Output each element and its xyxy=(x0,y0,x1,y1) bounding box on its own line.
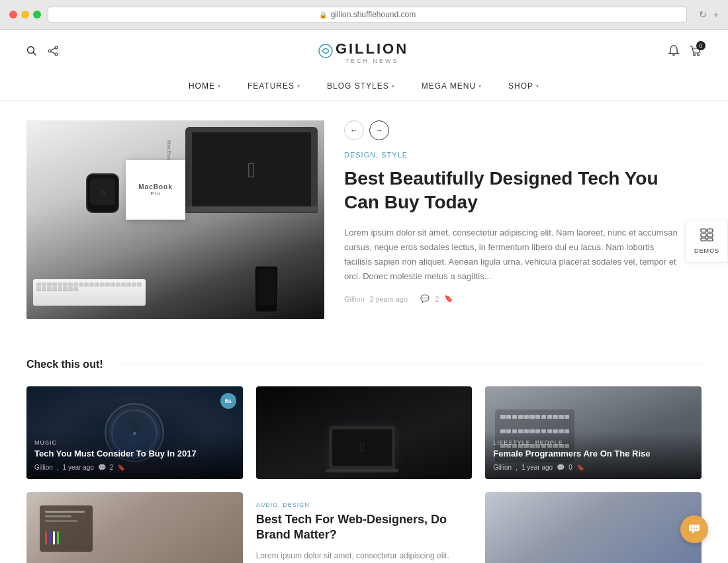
bottom-card-photography[interactable]: GUIDE, PHOTOGRAPHY xyxy=(485,492,702,563)
hero-meta: Gillion 2 years ago · 💬 2 🔖 xyxy=(344,294,682,303)
logo-icon xyxy=(318,44,333,62)
expand-icon[interactable]: + xyxy=(713,9,719,20)
hero-body: Lorem ipsum dolor sit amet, consectetur … xyxy=(344,226,682,284)
nav-mega-arrow: ▾ xyxy=(478,83,482,89)
browser-dots xyxy=(9,11,41,19)
hero-image[interactable]:  MacBook Pro ◷ xyxy=(26,120,324,319)
main-navigation: HOME ▾ FEATURES ▾ BLOG STYLES ▾ MEGA MEN… xyxy=(0,75,728,101)
svg-point-2 xyxy=(55,46,58,49)
cards-grid: ● 6s MUSIC Tech You Must Consider To Buy… xyxy=(26,386,702,479)
search-icon[interactable] xyxy=(26,46,37,59)
demos-button[interactable]: DEMOS xyxy=(686,220,728,263)
hero-time: 2 years ago xyxy=(370,295,408,303)
bottom-2-category: AUDIO, DESIGN xyxy=(256,501,473,508)
bottom-card-audio[interactable]: AUDIO, INNOVATION xyxy=(26,492,243,563)
svg-rect-15 xyxy=(707,238,713,241)
cart-badge[interactable]: 0 xyxy=(690,45,702,60)
svg-point-9 xyxy=(698,54,700,56)
hero-title: Best Beautifully Designed Tech You Can B… xyxy=(344,167,682,215)
section-divider xyxy=(116,365,702,365)
lock-icon: 🔒 xyxy=(319,11,327,19)
check-this-out-section: Check this out! ● xyxy=(0,339,728,563)
svg-rect-12 xyxy=(701,234,706,237)
logo-text: GILLION TECH NEWS xyxy=(336,40,408,64)
svg-point-16 xyxy=(691,528,692,529)
svg-rect-10 xyxy=(701,229,706,232)
card-1-comment-icon: 💬 xyxy=(98,464,106,471)
notification-icon[interactable] xyxy=(668,45,679,60)
hero-prev-button[interactable]: ← xyxy=(344,120,364,140)
nav-features-arrow: ▾ xyxy=(297,83,300,89)
share-icon[interactable] xyxy=(48,46,58,59)
bottom-2-text: Lorem ipsum dolor sit amet, consectetur … xyxy=(256,550,473,563)
svg-point-4 xyxy=(55,53,58,56)
svg-line-5 xyxy=(51,48,55,50)
nav-features[interactable]: FEATURES ▾ xyxy=(248,81,300,91)
card-1-author: Gillion xyxy=(34,464,53,471)
card-1-category: MUSIC xyxy=(34,439,235,446)
svg-point-3 xyxy=(48,50,51,52)
svg-rect-13 xyxy=(707,234,713,237)
nav-blog-styles[interactable]: BLOG STYLES ▾ xyxy=(327,81,395,91)
card-1-comments: 2 xyxy=(110,464,114,471)
site-content: GILLION TECH NEWS xyxy=(0,30,728,563)
svg-line-6 xyxy=(51,52,55,54)
section-title: Check this out! xyxy=(26,359,103,370)
card-3-time: 1 year ago xyxy=(522,464,553,471)
card-1-bookmark-icon[interactable]: 🔖 xyxy=(117,464,125,471)
nav-home-arrow: ▾ xyxy=(218,83,221,89)
maximize-dot[interactable] xyxy=(33,11,41,19)
bottom-card-webdesign[interactable]: AUDIO, DESIGN Best Tech For Web-Designer… xyxy=(256,492,473,563)
card-female-programmers[interactable]: .k{background:rgba(255,255,255,0.5);bord… xyxy=(485,386,702,479)
hero-next-button[interactable]: → xyxy=(369,120,389,140)
card-1-title: Tech You Must Consider To Buy In 2017 xyxy=(34,449,235,460)
demos-icon xyxy=(700,228,713,245)
demos-label: DEMOS xyxy=(694,247,719,254)
card-3-author: Gillion xyxy=(493,464,512,471)
bottom-card-3-image: GUIDE, PHOTOGRAPHY xyxy=(485,492,702,563)
nav-home[interactable]: HOME ▾ xyxy=(189,81,221,91)
browser-chrome: 🔒 gillion.shufflehound.com ↻ + xyxy=(0,0,728,30)
card-1-time: 1 year ago xyxy=(63,464,94,471)
nav-blog-arrow: ▾ xyxy=(392,83,395,89)
video-badge: 6s xyxy=(220,393,236,409)
hero-navigation: ← → xyxy=(344,120,682,140)
nav-shop-arrow: ▾ xyxy=(536,83,539,89)
bookmark-icon[interactable]: 🔖 xyxy=(444,294,453,303)
bottom-card-1-image: AUDIO, INNOVATION xyxy=(26,492,243,563)
card-3-meta: Gillion , 1 year ago 💬 0 🔖 xyxy=(493,464,694,471)
svg-rect-14 xyxy=(701,238,706,241)
bottom-grid: AUDIO, INNOVATION xyxy=(26,492,702,563)
top-bar: GILLION TECH NEWS xyxy=(0,30,728,75)
bottom-2-title: Best Tech For Web-Designers, Do Brand Ma… xyxy=(256,512,473,543)
chat-button[interactable] xyxy=(680,515,708,543)
card-tech-buy[interactable]: ● 6s MUSIC Tech You Must Consider To Buy… xyxy=(26,386,243,479)
nav-mega-menu[interactable]: MEGA MENU ▾ xyxy=(422,81,482,91)
minimize-dot[interactable] xyxy=(21,11,29,19)
hero-comments: 2 xyxy=(435,295,439,303)
card-3-comments: 0 xyxy=(569,464,572,471)
comment-icon: 💬 xyxy=(420,294,430,303)
card-3-title: Female Programmers Are On The Rise xyxy=(493,449,694,460)
logo[interactable]: GILLION TECH NEWS xyxy=(318,40,408,64)
url-text: gillion.shufflehound.com xyxy=(331,10,416,19)
svg-point-18 xyxy=(696,528,698,529)
hero-category: DESIGN, STYLE xyxy=(344,151,682,159)
card-1-overlay: MUSIC Tech You Must Consider To Buy In 2… xyxy=(26,431,243,479)
section-header: Check this out! xyxy=(26,359,702,370)
svg-rect-11 xyxy=(707,229,713,232)
svg-point-8 xyxy=(694,54,696,56)
card-3-bookmark-icon[interactable]: 🔖 xyxy=(576,464,584,471)
top-bar-right: 0 xyxy=(668,45,702,60)
nav-shop[interactable]: SHOP ▾ xyxy=(508,81,539,91)
svg-point-7 xyxy=(319,44,332,58)
card-3-comment-icon: 💬 xyxy=(557,464,565,471)
svg-line-1 xyxy=(34,53,36,56)
close-dot[interactable] xyxy=(9,11,17,19)
hero-content: ← → DESIGN, STYLE Best Beautifully Desig… xyxy=(324,120,702,303)
card-laptop[interactable]:  xyxy=(256,386,473,479)
refresh-icon[interactable]: ↻ xyxy=(699,9,707,20)
hero-section:  MacBook Pro ◷ xyxy=(0,101,728,339)
card-1-meta: Gillion , 1 year ago 💬 2 🔖 xyxy=(34,464,235,471)
address-bar[interactable]: 🔒 gillion.shufflehound.com xyxy=(48,7,687,22)
